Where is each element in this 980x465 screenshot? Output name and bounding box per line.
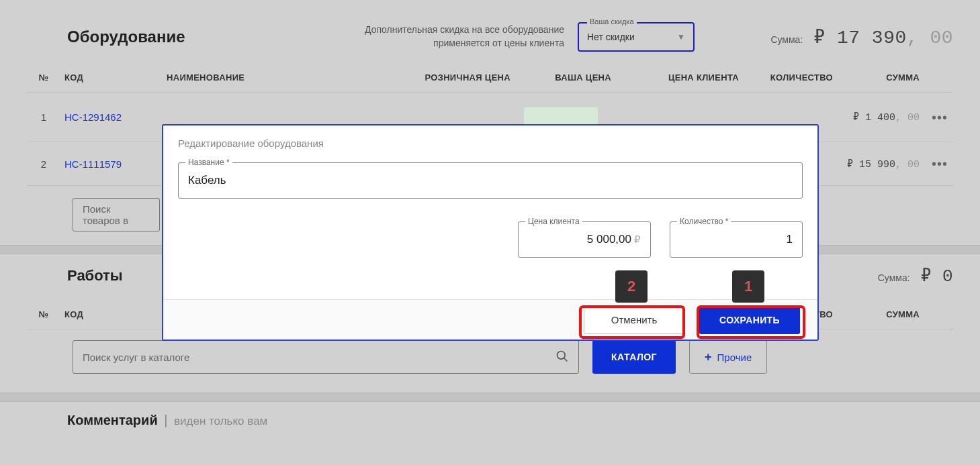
equipment-total: Сумма: ₽ 17 390, 00 <box>770 25 953 48</box>
works-total-label: Сумма: <box>878 272 910 283</box>
quantity-input[interactable] <box>680 233 793 246</box>
client-price-field[interactable]: Цена клиента ₽ <box>518 221 651 258</box>
row-actions-icon[interactable]: ••• <box>926 110 953 125</box>
annotation-badge-2: 2 <box>615 270 648 303</box>
modal-title: Редактирование оборудования <box>178 138 803 149</box>
comment-subtitle: виден только вам <box>174 415 267 427</box>
col-code: КОД <box>60 72 161 83</box>
works-search-input[interactable]: Поиск услуг в каталоге <box>73 340 579 374</box>
works-title: Работы <box>67 267 123 285</box>
col-client: ЦЕНА КЛИЕНТА <box>611 72 739 83</box>
col-name: НАИМЕНОВАНИЕ <box>161 72 390 83</box>
name-input[interactable] <box>188 174 793 187</box>
equipment-code-link[interactable]: НС-1291462 <box>64 111 122 123</box>
save-button[interactable]: СОХРАНИТЬ <box>699 306 800 334</box>
name-field[interactable]: Название * <box>178 162 803 199</box>
svg-line-1 <box>564 358 568 361</box>
comment-section-header: Комментарий | виден только вам <box>27 402 953 428</box>
annotation-badge-1: 1 <box>732 270 764 303</box>
discount-explanation: Дополнительная скидка на все оборудовани… <box>363 23 564 50</box>
ruble-icon: ₽ <box>634 234 641 246</box>
section-divider <box>0 393 980 402</box>
name-field-label: Название * <box>185 158 232 167</box>
col-idx: № <box>27 72 60 83</box>
quantity-label: Количество * <box>677 217 731 226</box>
equipment-total-label: Сумма: <box>770 34 803 45</box>
discount-select[interactable]: Ваша скидка Нет скидки ▼ <box>578 22 695 52</box>
comment-title: Комментарий <box>67 413 158 427</box>
catalog-button[interactable]: КАТАЛОГ <box>592 340 676 374</box>
plus-icon: + <box>705 350 712 364</box>
col-qty: КОЛИЧЕСТВО <box>739 72 833 83</box>
edit-equipment-modal: Редактирование оборудования Название * Ц… <box>162 124 819 341</box>
discount-select-label: Ваша скидка <box>587 17 637 25</box>
col-sum: СУММА <box>833 72 926 83</box>
chevron-down-icon: ▼ <box>677 32 685 42</box>
row-actions-icon[interactable]: ••• <box>926 156 953 171</box>
client-price-input[interactable] <box>528 233 631 246</box>
price-badge <box>524 107 598 125</box>
client-price-label: Цена клиента <box>525 217 582 226</box>
discount-select-value: Нет скидки <box>587 32 635 42</box>
equipment-search-input[interactable]: Поиск товаров в <box>73 198 160 231</box>
col-your: ВАША ЦЕНА <box>510 72 611 83</box>
col-retail: РОЗНИЧНАЯ ЦЕНА <box>390 72 510 83</box>
other-button[interactable]: + Прочие <box>689 340 767 374</box>
search-icon <box>555 350 569 365</box>
equipment-title: Оборудование <box>67 28 363 46</box>
quantity-field[interactable]: Количество * <box>670 221 803 258</box>
equipment-table-header: № КОД НАИМЕНОВАНИЕ РОЗНИЧНАЯ ЦЕНА ВАША Ц… <box>27 60 953 92</box>
modal-footer: Отменить СОХРАНИТЬ <box>163 299 817 340</box>
works-total-amount: ₽ 0 <box>921 265 953 287</box>
svg-point-0 <box>558 351 566 359</box>
equipment-total-amount: ₽ 17 390, 00 <box>813 25 953 48</box>
cancel-button[interactable]: Отменить <box>584 306 684 334</box>
equipment-section-header: Оборудование Дополнительная скидка на вс… <box>27 13 953 60</box>
equipment-code-link[interactable]: НС-1111579 <box>64 158 122 170</box>
